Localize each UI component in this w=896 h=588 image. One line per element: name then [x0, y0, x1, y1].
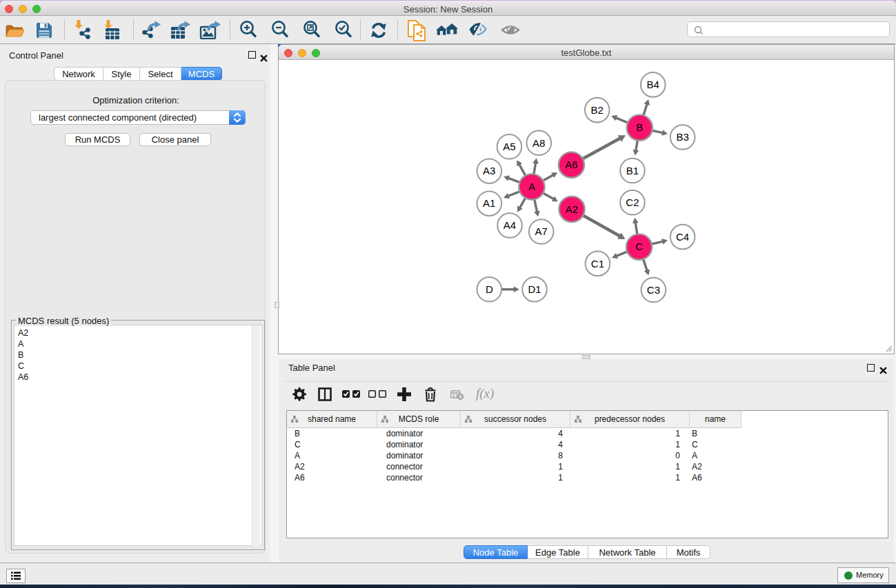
svg-text:D: D [486, 283, 493, 295]
svg-text:A2: A2 [566, 203, 578, 215]
svg-text:B3: B3 [676, 131, 688, 143]
svg-text:C2: C2 [626, 196, 639, 208]
svg-text:A7: A7 [535, 225, 548, 237]
svg-text:B2: B2 [591, 104, 604, 116]
svg-text:A4: A4 [504, 219, 516, 231]
svg-text:B1: B1 [626, 165, 639, 176]
svg-text:A8: A8 [532, 137, 545, 149]
svg-text:A: A [528, 181, 535, 192]
svg-text:A1: A1 [483, 197, 495, 209]
svg-text:A6: A6 [565, 159, 577, 170]
svg-text:C: C [635, 241, 643, 252]
svg-text:A3: A3 [483, 165, 495, 176]
svg-text:C3: C3 [647, 284, 660, 296]
svg-text:C4: C4 [676, 231, 689, 243]
svg-text:A5: A5 [503, 141, 515, 152]
svg-text:B: B [636, 121, 643, 133]
svg-text:B4: B4 [647, 79, 659, 90]
svg-text:C1: C1 [591, 258, 604, 270]
svg-text:D1: D1 [528, 283, 541, 295]
